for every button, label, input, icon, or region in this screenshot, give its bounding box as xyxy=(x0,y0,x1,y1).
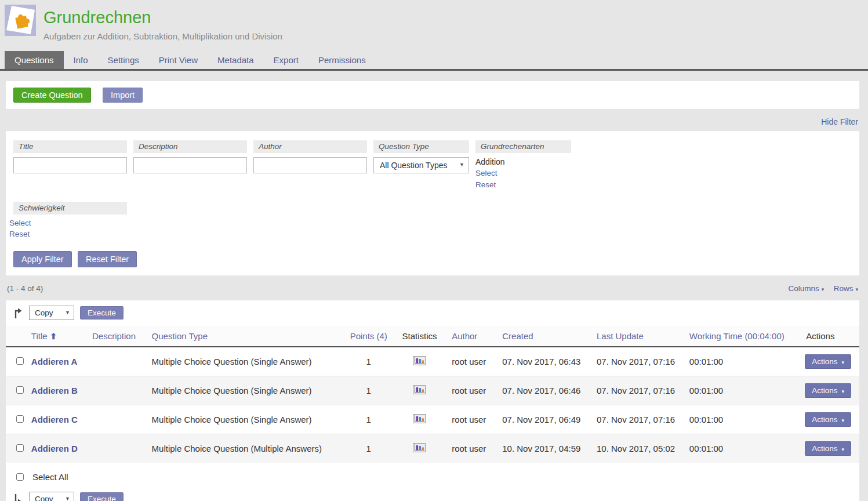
select-all-checkbox[interactable] xyxy=(16,473,24,481)
reset-filter-button[interactable]: Reset Filter xyxy=(78,251,137,267)
columns-menu[interactable]: Columns▾ xyxy=(788,284,824,293)
bulk-toolbar-bottom: Copy ▼ Execute xyxy=(6,488,859,501)
apply-filter-button[interactable]: Apply Filter xyxy=(13,251,72,267)
question-type: Multiple Choice Question (Multiple Answe… xyxy=(147,434,346,463)
filter-author-input[interactable] xyxy=(253,157,367,173)
filter-schwierigkeit-label: Schwierigkeit xyxy=(13,202,127,215)
question-created: 10. Nov 2017, 04:59 xyxy=(497,434,592,463)
table-body: Addieren A Multiple Choice Question (Sin… xyxy=(6,347,859,463)
question-title-link[interactable]: Addieren C xyxy=(31,415,78,424)
question-author: root user xyxy=(447,347,497,376)
table-header-row: Title⬆ Description Question Type Points … xyxy=(6,326,859,347)
row-checkbox[interactable] xyxy=(16,415,24,423)
bulk-action-select-top[interactable]: Copy xyxy=(29,306,74,320)
filter-description-label: Description xyxy=(133,140,247,153)
rows-menu[interactable]: Rows▾ xyxy=(834,284,858,293)
question-author: root user xyxy=(447,434,497,463)
filter-row-2: Schwierigkeit Select Reset xyxy=(13,202,852,240)
row-actions-button[interactable]: Actions▾ xyxy=(805,412,851,427)
question-type: Multiple Choice Question (Single Answer) xyxy=(147,376,346,405)
sort-by-author-link[interactable]: Author xyxy=(452,331,477,341)
column-header-actions: Actions xyxy=(800,326,859,347)
tab-info[interactable]: Info xyxy=(64,51,98,69)
sort-by-created-link[interactable]: Created xyxy=(502,331,533,341)
question-type: Multiple Choice Question (Single Answer) xyxy=(147,405,346,434)
import-button[interactable]: Import xyxy=(103,88,143,103)
filter-question-type: Question Type All Question Types ▼ xyxy=(373,140,469,173)
bulk-action-select-bottom[interactable]: Copy xyxy=(29,492,74,501)
question-title-link[interactable]: Addieren B xyxy=(31,386,78,395)
execute-button-top[interactable]: Execute xyxy=(80,306,124,320)
sort-by-title-link[interactable]: Title⬆ xyxy=(31,331,57,341)
question-title-link[interactable]: Addieren D xyxy=(31,444,78,453)
apply-to-top-arrow-icon xyxy=(13,307,23,319)
column-header-points: Points (4) xyxy=(346,326,392,347)
row-checkbox[interactable] xyxy=(16,444,24,452)
row-checkbox[interactable] xyxy=(16,386,24,394)
question-working-time: 00:01:00 xyxy=(685,434,800,463)
select-all-label: Select All xyxy=(32,472,68,482)
statistics-icon[interactable] xyxy=(413,385,426,394)
sort-by-description-link[interactable]: Description xyxy=(92,331,136,341)
question-points: 1 xyxy=(346,376,392,405)
filter-schwierigkeit: Schwierigkeit Select Reset xyxy=(13,202,127,240)
row-actions-button[interactable]: Actions▾ xyxy=(805,383,851,398)
statistics-icon[interactable] xyxy=(413,356,426,365)
filter-title-label: Title xyxy=(13,140,127,153)
sort-by-question-type-link[interactable]: Question Type xyxy=(152,331,208,341)
question-type: Multiple Choice Question (Single Answer) xyxy=(147,347,346,376)
tab-permissions[interactable]: Permissions xyxy=(308,51,376,69)
filter-row-1: Title Description Author Question Type A… xyxy=(13,140,852,190)
question-author: root user xyxy=(447,405,497,434)
column-header-last-update: Last Update xyxy=(592,326,685,347)
tab-questions[interactable]: Questions xyxy=(5,51,64,69)
filter-title-input[interactable] xyxy=(13,157,127,173)
schwierigkeit-reset-link[interactable]: Reset xyxy=(9,230,127,239)
tab-export[interactable]: Export xyxy=(264,51,308,69)
main-content: Create Question Import Hide Filter Title… xyxy=(6,81,859,501)
sort-ascending-icon: ⬆ xyxy=(50,332,57,341)
question-description xyxy=(88,376,147,405)
sort-by-working-time-link[interactable]: Working Time (00:04:00) xyxy=(689,331,785,341)
column-header-author: Author xyxy=(447,326,497,347)
grundrechenarten-reset-link[interactable]: Reset xyxy=(475,180,571,190)
chevron-down-icon: ▾ xyxy=(855,286,858,292)
question-last-update: 07. Nov 2017, 07:16 xyxy=(592,405,685,434)
filter-author: Author xyxy=(253,140,367,173)
filter-panel: Title Description Author Question Type A… xyxy=(6,131,859,275)
create-question-button[interactable]: Create Question xyxy=(13,88,91,103)
question-type-select[interactable]: All Question Types xyxy=(373,157,469,173)
question-last-update: 10. Nov 2017, 05:02 xyxy=(592,434,685,463)
sort-by-points-link[interactable]: Points (4) xyxy=(350,331,387,341)
question-last-update: 07. Nov 2017, 07:16 xyxy=(592,347,685,376)
table-row: Addieren D Multiple Choice Question (Mul… xyxy=(6,434,859,463)
header-titles: Grundrechnen Aufgaben zur Addition, Subt… xyxy=(43,5,282,51)
filter-author-label: Author xyxy=(253,140,367,153)
statistics-icon[interactable] xyxy=(413,414,426,423)
schwierigkeit-select-link[interactable]: Select xyxy=(9,219,127,228)
row-actions-button[interactable]: Actions▾ xyxy=(805,354,851,369)
tab-metadata[interactable]: Metadata xyxy=(208,51,264,69)
filter-description-input[interactable] xyxy=(133,157,247,173)
questions-table: Title⬆ Description Question Type Points … xyxy=(6,326,859,463)
row-actions-button[interactable]: Actions▾ xyxy=(805,441,851,456)
question-title-link[interactable]: Addieren A xyxy=(31,357,77,366)
question-description xyxy=(88,405,147,434)
statistics-icon[interactable] xyxy=(413,443,426,452)
header-checkbox-spacer xyxy=(6,326,27,347)
tab-print-view[interactable]: Print View xyxy=(149,51,208,69)
apply-to-bottom-arrow-icon xyxy=(13,493,23,501)
tab-settings[interactable]: Settings xyxy=(98,51,149,69)
select-all-row: Select All xyxy=(6,463,859,488)
question-points: 1 xyxy=(346,434,392,463)
result-range: (1 - 4 of 4) xyxy=(7,284,43,293)
filter-buttons: Apply Filter Reset Filter xyxy=(13,251,852,267)
sort-by-last-update-link[interactable]: Last Update xyxy=(597,331,644,341)
question-points: 1 xyxy=(346,347,392,376)
column-header-description: Description xyxy=(88,326,147,347)
row-checkbox[interactable] xyxy=(16,357,24,365)
grundrechenarten-select-link[interactable]: Select xyxy=(475,169,571,179)
question-pool-icon xyxy=(5,5,36,36)
hide-filter-link[interactable]: Hide Filter xyxy=(821,117,858,126)
execute-button-bottom[interactable]: Execute xyxy=(80,492,124,501)
